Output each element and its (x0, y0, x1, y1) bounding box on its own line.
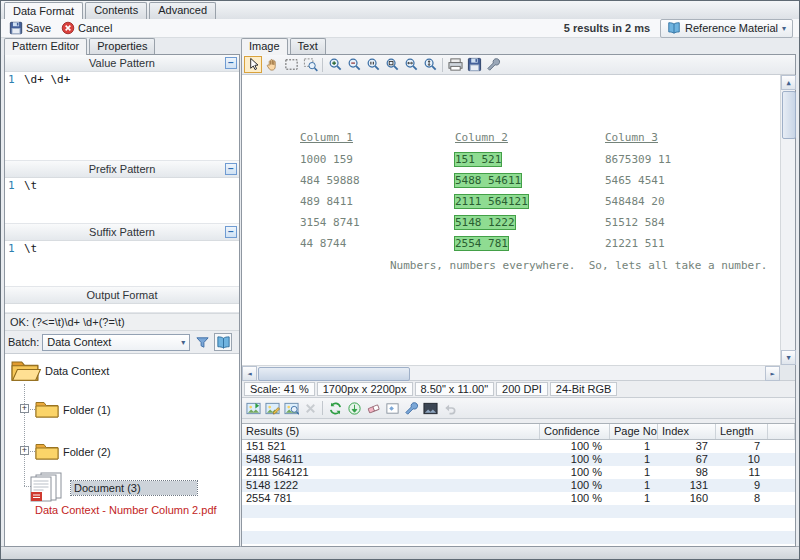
collapse-icon[interactable]: − (225, 226, 237, 238)
results-summary: 5 results in 2 ms (564, 22, 650, 34)
suffix-pattern-code[interactable]: \t (21, 241, 37, 286)
tab-pattern-editor[interactable]: Pattern Editor (4, 38, 87, 55)
doc-cell: 44 8744 (300, 237, 346, 250)
edit-image-icon[interactable] (263, 400, 281, 417)
result-cell-value: 5488 54611 (242, 453, 540, 466)
save-label: Save (26, 22, 51, 34)
result-cell-filler (768, 479, 795, 492)
column-header-page-no[interactable]: Page No (610, 424, 658, 439)
result-row[interactable]: 151 521 100 % 1 37 7 (242, 440, 795, 453)
value-pattern-editor[interactable]: 1 \d+ \d+ (5, 72, 239, 161)
filter-icon[interactable] (193, 333, 211, 351)
zoom-fit-height-icon[interactable] (421, 56, 439, 73)
result-row[interactable]: 5148 1222 100 % 1 131 9 (242, 479, 795, 492)
scroll-left-icon[interactable]: ◄ (242, 366, 257, 381)
batch-select[interactable]: Data Context ▾ (42, 334, 190, 351)
window-bottom-edge (1, 546, 799, 559)
dpi-indicator: 200 DPI (496, 382, 548, 396)
zoom-out-icon[interactable] (345, 56, 363, 73)
suffix-pattern-editor[interactable]: 1 \t (5, 241, 239, 287)
color-depth-indicator: 24-Bit RGB (550, 382, 618, 396)
highlighted-match[interactable]: 5488 54611 (455, 174, 521, 187)
horizontal-scrollbar-thumb[interactable] (258, 367, 410, 381)
cancel-button[interactable]: Cancel (57, 20, 116, 36)
vertical-scrollbar-thumb[interactable] (782, 91, 796, 139)
eraser-icon[interactable] (364, 400, 382, 417)
result-row[interactable]: 2111 564121 100 % 1 98 11 (242, 466, 795, 479)
inspect-image-icon[interactable] (282, 400, 300, 417)
expand-icon[interactable]: + (20, 446, 29, 455)
invert-image-icon[interactable] (421, 400, 439, 417)
batch-label: Batch: (8, 336, 39, 348)
tab-properties[interactable]: Properties (89, 38, 155, 55)
doc-cell: 548484 20 (605, 195, 665, 208)
pan-hand-icon[interactable] (263, 56, 281, 73)
open-folder-icon (11, 358, 41, 384)
result-row[interactable]: 5488 54611 100 % 1 67 10 (242, 453, 795, 466)
scroll-right-icon[interactable]: ► (765, 366, 780, 381)
column-header-confidence[interactable]: Confidence (540, 424, 610, 439)
highlighted-match[interactable]: 5148 1222 (455, 216, 515, 229)
delete-icon[interactable] (301, 400, 319, 417)
collapse-icon[interactable]: − (225, 57, 237, 69)
tree-node-data-context[interactable]: Data Context (11, 358, 109, 384)
prefix-pattern-code[interactable]: \t (21, 178, 37, 223)
reprocess-icon[interactable] (345, 400, 363, 417)
tree-node-folder-1[interactable]: Folder (1) (35, 400, 111, 420)
tree-node-document-3[interactable]: Document (3) (29, 472, 197, 504)
tab-advanced[interactable]: Advanced (149, 2, 216, 19)
tree-node-folder-2[interactable]: Folder (2) (35, 442, 111, 462)
undo-icon[interactable] (440, 400, 458, 417)
result-cell-confidence: 100 % (540, 440, 610, 453)
cleanup-icon[interactable] (383, 400, 401, 417)
column-header-length[interactable]: Length (716, 424, 768, 439)
zoom-actual-size-icon[interactable] (364, 56, 382, 73)
doc-caption: Numbers, numbers everywhere. So, lets al… (390, 259, 768, 272)
results-header-title[interactable]: Results (5) (242, 424, 540, 439)
highlighted-match[interactable]: 2554 781 (455, 237, 508, 250)
document-viewer[interactable]: Column 1 Column 2 Column 3 1000 159 151 … (242, 75, 795, 381)
main-tab-bar: Data Format Contents Advanced (1, 1, 799, 20)
print-icon[interactable] (446, 56, 464, 73)
cancel-icon (61, 21, 75, 35)
image-tools-icon[interactable] (402, 400, 420, 417)
expand-icon[interactable]: + (20, 404, 29, 413)
image-settings-icon[interactable] (484, 56, 502, 73)
highlighted-match[interactable]: 151 521 (455, 153, 501, 166)
horizontal-scrollbar[interactable]: ◄ ► (242, 365, 780, 380)
vertical-scrollbar[interactable]: ▲ ▼ (780, 75, 795, 365)
save-image-icon[interactable] (465, 56, 483, 73)
scale-indicator: Scale: 41 % (244, 382, 315, 396)
prefix-pattern-editor[interactable]: 1 \t (5, 178, 239, 224)
collapse-icon[interactable]: − (225, 163, 237, 175)
tree-node-label-selected: Document (3) (71, 481, 197, 495)
image-viewer-panel: Column 1 Column 2 Column 3 1000 159 151 … (241, 54, 796, 547)
zoom-fit-page-icon[interactable] (383, 56, 401, 73)
output-format-editor[interactable] (5, 304, 239, 313)
zoom-region-icon[interactable] (301, 56, 319, 73)
save-button[interactable]: Save (5, 20, 55, 36)
refresh-image-icon[interactable] (326, 400, 344, 417)
reference-book-icon[interactable] (214, 333, 232, 351)
tab-contents[interactable]: Contents (85, 2, 147, 19)
zoom-fit-width-icon[interactable] (402, 56, 420, 73)
highlighted-match[interactable]: 2111 564121 (455, 195, 528, 208)
select-pointer-icon[interactable] (244, 56, 262, 73)
results-table-header: Results (5) Confidence Page No Index Len… (242, 424, 795, 440)
doc-cell: 484 59888 (300, 174, 360, 187)
tab-image[interactable]: Image (241, 38, 288, 55)
value-pattern-code[interactable]: \d+ \d+ (21, 72, 70, 160)
scroll-down-icon[interactable]: ▼ (781, 350, 796, 365)
zoom-in-icon[interactable] (326, 56, 344, 73)
reference-material-button[interactable]: Reference Material ▾ (660, 19, 793, 38)
tree-connector-line (24, 384, 25, 486)
tab-data-format[interactable]: Data Format (4, 2, 83, 20)
marquee-select-icon[interactable] (282, 56, 300, 73)
save-icon (9, 21, 23, 35)
result-row[interactable]: 2554 781 100 % 1 160 8 (242, 492, 795, 505)
output-format-header: Output Format (5, 287, 239, 304)
tab-text[interactable]: Text (290, 38, 326, 55)
extract-region-icon[interactable] (244, 400, 262, 417)
column-header-index[interactable]: Index (658, 424, 716, 439)
scroll-up-icon[interactable]: ▲ (781, 75, 796, 90)
